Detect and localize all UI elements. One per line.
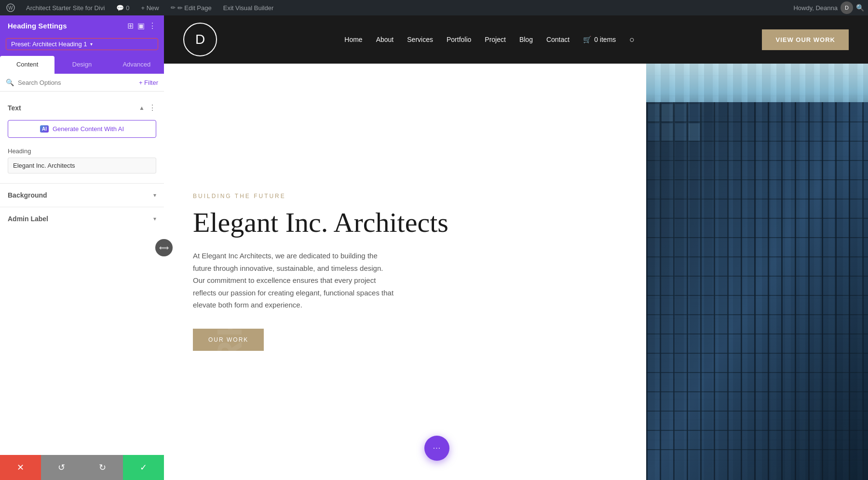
nav-services[interactable]: Services (407, 36, 433, 43)
wp-logo-icon[interactable]: W (4, 1, 17, 14)
nav-about[interactable]: About (376, 36, 394, 43)
svg-rect-14 (781, 102, 783, 480)
nav-project[interactable]: Project (485, 36, 506, 43)
tab-design[interactable]: Design (54, 56, 109, 74)
svg-rect-17 (822, 102, 823, 480)
svg-rect-10 (727, 102, 729, 480)
admin-label-section-header[interactable]: Admin Label ▾ (0, 211, 164, 227)
heading-label: Heading (8, 147, 156, 155)
svg-rect-39 (648, 104, 659, 121)
user-info: Howdy, Deanna D 🔍 (793, 1, 864, 14)
svg-rect-33 (646, 353, 868, 354)
expand-icon-2: ▾ (153, 215, 156, 222)
search-icon[interactable]: 🔍 (856, 4, 864, 12)
heading-settings-panel: Heading Settings ⊞ ▣ ⋮ Preset: Architect… (0, 15, 164, 480)
svg-rect-35 (646, 391, 868, 392)
site-name-link[interactable]: Architect Starter Site for Divi (23, 4, 108, 12)
nav-contact[interactable]: Contact (546, 36, 570, 43)
svg-rect-36 (646, 411, 868, 412)
svg-rect-24 (646, 179, 868, 180)
new-content-link[interactable]: + New (138, 4, 162, 12)
save-button[interactable]: ✓ (123, 455, 164, 480)
panel-header: Heading Settings ⊞ ▣ ⋮ (0, 15, 164, 36)
cancel-button[interactable]: ✕ (0, 455, 41, 480)
main-layout: Heading Settings ⊞ ▣ ⋮ Preset: Architect… (0, 0, 868, 480)
generate-ai-button[interactable]: AI Generate Content With AI (8, 120, 156, 138)
section-more-icon[interactable]: ⋮ (149, 103, 156, 112)
svg-rect-5 (660, 102, 661, 480)
visual-mode-icon[interactable]: ⊞ (127, 21, 134, 30)
site-logo: D (183, 23, 217, 56)
heading-input[interactable] (8, 158, 156, 173)
our-work-overlay: ouR WORK (210, 308, 249, 480)
tab-advanced[interactable]: Advanced (109, 56, 164, 74)
svg-rect-19 (849, 102, 850, 480)
site-header: D Home About Services Portfolio Project … (164, 15, 868, 64)
svg-rect-32 (646, 333, 868, 334)
svg-rect-41 (675, 104, 686, 121)
nav-search-icon[interactable]: ○ (629, 35, 635, 45)
panel-resize-handle[interactable]: ⟺ (155, 239, 173, 256)
edit-page-link[interactable]: ✏ ✏ Edit Page (168, 4, 215, 12)
nav-cart[interactable]: 🛒 0 items (583, 36, 616, 43)
exit-visual-builder-link[interactable]: Exit Visual Builder (220, 4, 277, 12)
nav-home[interactable]: Home (344, 36, 362, 43)
preset-bar: Preset: Architect Heading 1 ▾ (0, 36, 164, 56)
svg-rect-20 (862, 102, 864, 480)
svg-rect-34 (646, 372, 868, 373)
svg-rect-18 (835, 102, 837, 480)
split-view-icon[interactable]: ▣ (137, 21, 145, 30)
svg-rect-12 (754, 102, 756, 480)
hero-title: Elegant Inc. Architects (193, 207, 617, 238)
svg-rect-28 (646, 256, 868, 257)
svg-rect-3 (646, 102, 868, 480)
svg-rect-44 (662, 123, 673, 141)
svg-rect-15 (795, 102, 796, 480)
tab-content[interactable]: Content (0, 56, 54, 74)
preset-selector[interactable]: Preset: Architect Heading 1 ▾ (6, 38, 158, 50)
divider (0, 183, 164, 184)
svg-rect-26 (646, 218, 868, 219)
svg-rect-37 (646, 430, 868, 431)
hero-image (646, 64, 868, 480)
nav-blog[interactable]: Blog (519, 36, 533, 43)
building-svg (646, 64, 868, 480)
svg-rect-42 (689, 104, 700, 121)
chevron-down-icon: ▾ (90, 41, 93, 47)
svg-rect-38 (646, 449, 868, 450)
svg-rect-30 (646, 295, 868, 296)
panel-footer: ✕ ↺ ↻ ✓ (0, 455, 164, 480)
svg-rect-23 (646, 160, 868, 161)
hero-section: BUILDING THE FUTURE Elegant Inc. Archite… (164, 64, 868, 480)
svg-rect-40 (662, 104, 673, 121)
panel-tabs: Content Design Advanced (0, 56, 164, 74)
hero-subtitle: BUILDING THE FUTURE (193, 193, 617, 200)
comment-icon: 💬 (116, 4, 124, 12)
search-bar: 🔍 + Filter (0, 74, 164, 92)
svg-rect-8 (700, 102, 702, 480)
redo-button[interactable]: ↻ (82, 455, 123, 480)
search-options-input[interactable] (18, 79, 135, 86)
more-options-icon[interactable]: ⋮ (149, 21, 156, 30)
svg-rect-11 (741, 102, 742, 480)
text-section-header[interactable]: Text ▲ ⋮ (0, 99, 164, 116)
comments-link[interactable]: 💬 0 (113, 4, 132, 12)
svg-text:W: W (8, 5, 13, 11)
svg-rect-21 (646, 121, 868, 122)
nav-portfolio[interactable]: Portfolio (447, 36, 471, 43)
svg-rect-45 (675, 123, 686, 141)
svg-rect-22 (646, 141, 868, 142)
background-section-header[interactable]: Background ▾ (0, 187, 164, 203)
undo-button[interactable]: ↺ (41, 455, 82, 480)
ai-icon: AI (40, 125, 49, 133)
fab-button[interactable]: ··· (424, 436, 449, 461)
svg-rect-43 (648, 123, 659, 141)
filter-button[interactable]: + Filter (139, 79, 158, 86)
site-nav: Home About Services Portfolio Project Bl… (344, 35, 635, 45)
svg-rect-9 (714, 102, 715, 480)
svg-rect-6 (673, 102, 675, 480)
hero-description: At Elegant Inc Architects, we are dedica… (193, 250, 395, 311)
svg-rect-16 (808, 102, 810, 480)
view-our-work-button[interactable]: VIEW OUR WORK (762, 29, 849, 50)
svg-rect-13 (768, 102, 769, 480)
